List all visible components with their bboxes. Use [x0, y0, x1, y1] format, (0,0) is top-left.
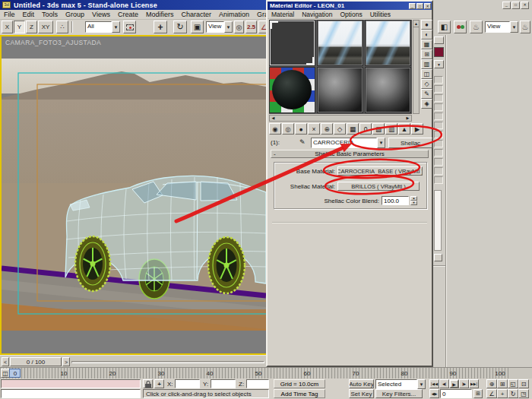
maxscript-listener-field[interactable]	[1, 389, 141, 398]
car-wheel-front[interactable]	[75, 236, 110, 291]
menu-character[interactable]: Character	[177, 11, 215, 18]
panel-scrollbar[interactable]	[434, 190, 442, 251]
selection-lock-button[interactable]	[143, 379, 153, 388]
time-slider-button[interactable]: 0 / 100	[10, 357, 62, 366]
sample-slot-sky[interactable]	[317, 20, 363, 66]
object-color-swatch[interactable]	[434, 47, 444, 57]
restrict-x-button[interactable]: X	[2, 21, 13, 33]
selection-set-dropdown[interactable]: Selected ▼	[375, 379, 426, 389]
sample-slot-active[interactable]	[269, 20, 315, 66]
macro-recorder-field[interactable]	[1, 379, 141, 388]
material-name-dropdown[interactable]: CARROCERIA ▼	[311, 138, 385, 148]
me-menu-navigation[interactable]: Navigation	[298, 11, 336, 18]
add-time-tag[interactable]: Add Time Tag	[274, 389, 325, 398]
chevron-down-icon[interactable]: ▼	[224, 21, 233, 33]
show-map-in-viewport-button[interactable]: ▨	[372, 123, 385, 135]
me-menu-material[interactable]: Material	[268, 11, 298, 18]
sample-slot-sphere[interactable]	[317, 67, 363, 113]
y-coord-input[interactable]	[211, 379, 236, 388]
menu-group[interactable]: Group	[62, 11, 88, 18]
select-by-material-button[interactable]: ✎	[421, 89, 432, 99]
menu-tools[interactable]: Tools	[38, 11, 62, 18]
get-material-button[interactable]: ◉	[269, 123, 281, 135]
arc-rotate-button[interactable]: ↻	[508, 389, 518, 398]
restrict-y-button[interactable]: Y	[14, 21, 25, 33]
minimize-button[interactable]: _	[502, 2, 511, 9]
z-coord-input[interactable]	[246, 379, 269, 388]
timeline-ruler[interactable]: ◫ 0 10 20 30 40 50 60 70 80 90 100	[0, 367, 532, 378]
field-of-view-button[interactable]: ∠	[486, 389, 497, 398]
key-mode-toggle[interactable]: ◀▶	[429, 389, 439, 398]
chevron-down-icon[interactable]: ▼	[112, 21, 120, 33]
panel-dropdown-button[interactable]: ▼	[434, 60, 444, 68]
reference-coordinate-dropdown[interactable]: View ▼	[206, 21, 233, 33]
rollout-collapse-icon[interactable]: -	[274, 150, 276, 157]
use-center-button[interactable]: ◎	[234, 21, 244, 33]
me-minimize-button[interactable]: _	[409, 3, 416, 9]
go-to-sibling-button[interactable]: ▶	[411, 123, 423, 135]
put-to-library-button[interactable]: ▦	[347, 123, 359, 135]
panel-small-button[interactable]	[434, 254, 442, 261]
select-and-rotate-button[interactable]: ↻	[173, 21, 187, 33]
material-type-button[interactable]: Shellac	[388, 138, 432, 148]
shellac-basic-parameters-rollout[interactable]: - Shellac Basic Parameters	[271, 150, 429, 158]
key-filters-button[interactable]: Key Filters...	[375, 389, 423, 398]
min-max-toggle-button[interactable]: ◳	[518, 389, 529, 398]
auto-key-button[interactable]: Auto Key	[349, 379, 374, 388]
sample-slot-sky[interactable]	[365, 20, 411, 66]
zoom-all-button[interactable]: ⊞	[497, 379, 508, 388]
zoom-button[interactable]: ⊕	[486, 379, 497, 388]
me-maximize-button[interactable]: □	[416, 3, 423, 9]
go-to-start-button[interactable]: |◀◀	[429, 379, 439, 388]
zoom-extents-button[interactable]: ◱	[508, 379, 518, 388]
snap-toggle-icon[interactable]: ∴	[56, 21, 68, 33]
chevron-down-icon[interactable]: ▼	[417, 379, 426, 389]
quick-render-button[interactable]: ♨	[520, 21, 530, 33]
sample-slot-sphere[interactable]	[365, 67, 411, 113]
background-button[interactable]: ▦	[421, 40, 432, 49]
select-and-scale-button[interactable]: ▣	[191, 21, 204, 33]
menu-modifiers[interactable]: Modifiers	[142, 11, 178, 18]
make-copy-button[interactable]: ⊕	[321, 123, 333, 135]
restrict-z-button[interactable]: Z	[26, 21, 37, 33]
options-button[interactable]: ◇	[421, 79, 432, 89]
go-to-end-button[interactable]: ▶▶|	[469, 379, 479, 388]
absolute-offset-toggle[interactable]: +	[154, 379, 164, 388]
viewport-camera-label[interactable]: CAMARA_FOTO3_AJUSTADA	[5, 39, 101, 46]
reset-map-button[interactable]: ×	[308, 123, 320, 135]
set-key-button[interactable]: Set Key	[349, 389, 374, 398]
make-preview-button[interactable]: ◫	[421, 69, 432, 79]
time-slider-prev-button[interactable]: <	[2, 357, 9, 366]
make-unique-button[interactable]: ◇	[334, 123, 346, 135]
chevron-down-icon[interactable]: ▼	[510, 21, 518, 33]
pan-button[interactable]: +	[497, 389, 508, 398]
maximize-button[interactable]: □	[511, 2, 520, 9]
select-object-button[interactable]	[123, 21, 136, 33]
menu-edit[interactable]: Edit	[19, 11, 39, 18]
scroll-left-icon[interactable]: ◀	[270, 116, 277, 121]
me-menu-options[interactable]: Options	[336, 11, 366, 18]
material-map-navigator-button[interactable]: ◈	[421, 99, 432, 109]
camera-viewport[interactable]: CAMARA_FOTO3_AJUSTADA	[0, 35, 268, 355]
slots-horizontal-scrollbar[interactable]: ◀ ▶	[269, 115, 412, 122]
time-configuration-button[interactable]: ⊞	[473, 389, 483, 398]
me-menu-utilities[interactable]: Utilities	[366, 11, 394, 18]
go-to-parent-button[interactable]: ▲	[398, 123, 410, 135]
render-scene-button[interactable]: ♨	[470, 21, 483, 33]
spin-down-icon[interactable]: ▼	[410, 201, 417, 205]
current-frame-input[interactable]	[440, 389, 472, 398]
shellac-color-blend-field[interactable]: 100.0	[382, 196, 409, 205]
backlight-button[interactable]: ◐	[421, 30, 432, 40]
car-wheel-rear[interactable]	[208, 237, 245, 293]
select-and-move-button[interactable]: +	[154, 21, 167, 33]
mirror-button[interactable]: ◧	[438, 21, 451, 33]
video-color-check-button[interactable]: ▥	[421, 59, 432, 69]
material-id-button[interactable]: 0	[359, 123, 372, 135]
scroll-up-icon[interactable]: ▲	[413, 21, 419, 27]
tab-button[interactable]	[434, 36, 444, 44]
sample-slot-checker[interactable]	[269, 67, 315, 113]
show-end-result-button[interactable]: ▥	[385, 123, 397, 135]
snap-25d-button[interactable]: 2.5	[245, 21, 257, 33]
menu-file[interactable]: File	[0, 11, 19, 18]
next-frame-button[interactable]: |▶	[459, 379, 469, 388]
